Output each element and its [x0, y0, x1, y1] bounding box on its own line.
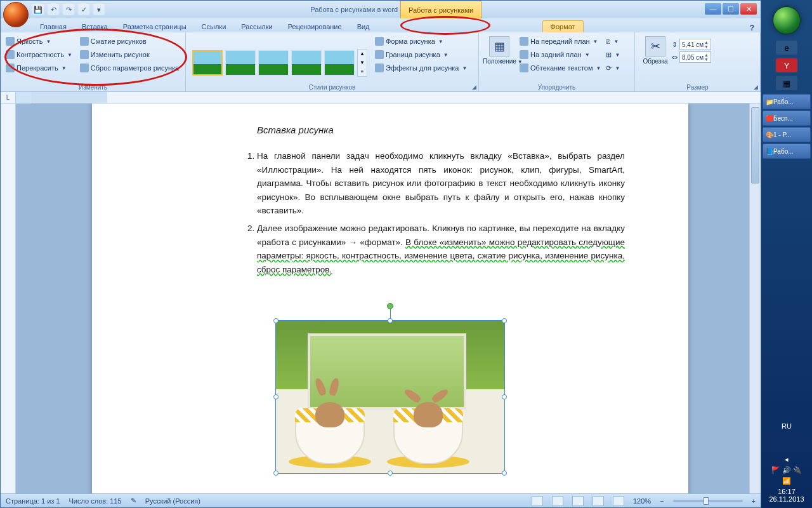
qat-save-icon[interactable]: 💾: [32, 4, 44, 15]
gallery-more-button[interactable]: ▲▼≡: [357, 49, 367, 77]
picture-styles-gallery[interactable]: ▲▼≡: [190, 34, 370, 91]
clock-date[interactable]: 26.11.2013: [761, 495, 812, 503]
ruler-corner[interactable]: L: [1, 92, 16, 104]
zoom-out-button[interactable]: −: [660, 497, 664, 505]
taskbar-item[interactable]: 🟥 Бесп...: [763, 110, 811, 126]
rotate-button[interactable]: ⟳▼: [605, 62, 621, 74]
tab-page-layout[interactable]: Разметка страницы: [115, 21, 194, 32]
systray-arrow[interactable]: ◂: [761, 455, 812, 464]
text-wrapping-button[interactable]: Обтекание текстом▼: [518, 62, 602, 74]
contrast-button[interactable]: Контрастность▼: [4, 48, 74, 61]
position-button[interactable]: ▦ Положение▼: [483, 34, 516, 91]
document-area: Вставка рисунка На главной панели задач …: [1, 104, 761, 493]
language-indicator[interactable]: RU: [761, 422, 812, 430]
resize-handle[interactable]: [502, 318, 507, 323]
style-thumb[interactable]: [324, 50, 355, 76]
recolor-button[interactable]: Перекрасить▼: [4, 62, 74, 74]
height-input[interactable]: 5,41 см▲▼: [679, 39, 711, 50]
tab-view[interactable]: Вид: [350, 21, 377, 32]
status-proofing-icon[interactable]: ✎: [131, 497, 136, 505]
view-draft-button[interactable]: [613, 496, 624, 506]
scrollbar-thumb[interactable]: [751, 107, 759, 184]
close-button[interactable]: ✕: [740, 3, 757, 15]
zoom-level[interactable]: 120%: [633, 497, 651, 505]
tray-app-icon[interactable]: ▦: [776, 76, 797, 90]
bring-to-front-button[interactable]: На передний план▼: [518, 35, 602, 48]
style-thumb[interactable]: [258, 50, 289, 76]
view-outline-button[interactable]: [593, 496, 604, 506]
change-picture-button[interactable]: Изменить рисунок: [79, 48, 180, 61]
status-language[interactable]: Русский (Россия): [145, 497, 200, 505]
taskbar-item[interactable]: 📘 Рабо...: [763, 144, 811, 159]
wrap-icon: [520, 64, 528, 72]
zoom-in-button[interactable]: +: [752, 497, 756, 505]
position-icon: ▦: [489, 36, 509, 57]
width-input[interactable]: 8,05 см▲▼: [679, 51, 711, 63]
contrast-icon: [6, 50, 15, 59]
resize-handle[interactable]: [502, 471, 507, 476]
tab-insert[interactable]: Вставка: [74, 21, 115, 32]
doc-heading: Вставка рисунка: [257, 123, 650, 138]
taskbar-item[interactable]: 🎨 1 - P...: [763, 127, 811, 142]
status-page[interactable]: Страница: 1 из 1: [6, 497, 60, 505]
view-web-layout-button[interactable]: [572, 496, 584, 506]
qat-spelling-icon[interactable]: ✓: [78, 4, 89, 15]
maximize-button[interactable]: ☐: [723, 3, 739, 15]
tab-home[interactable]: Главная: [32, 21, 74, 32]
resize-handle[interactable]: [273, 471, 278, 476]
clock-time[interactable]: 16:17: [761, 488, 812, 495]
brightness-button[interactable]: Яркость▼: [4, 35, 74, 48]
group-button[interactable]: ⊞▼: [605, 48, 621, 61]
rotate-handle[interactable]: [387, 303, 393, 309]
reset-picture-button[interactable]: Сброс параметров рисунка: [79, 62, 180, 74]
start-button[interactable]: [773, 6, 801, 34]
list-item: Далее изображение можно редактировать. К…: [257, 222, 650, 276]
height-input-row: ⇕ 5,41 см▲▼: [672, 39, 711, 50]
word-window: 💾 ↶ ↷ ✓ ▾ Работа с рисунками в word - Mi…: [0, 0, 761, 508]
titlebar: 💾 ↶ ↷ ✓ ▾ Работа с рисунками в word - Mi…: [1, 1, 761, 18]
office-button[interactable]: [3, 2, 29, 27]
view-print-layout-button[interactable]: [532, 496, 543, 506]
status-word-count[interactable]: Число слов: 115: [69, 497, 122, 505]
taskbar-item[interactable]: 📁 Рабо...: [763, 94, 811, 109]
picture-border-button[interactable]: Граница рисунка▼: [374, 48, 468, 61]
style-thumb[interactable]: [192, 50, 223, 76]
tray-yandex-icon[interactable]: Y: [776, 58, 797, 72]
align-button[interactable]: ⎚▼: [605, 35, 621, 48]
horizontal-ruler[interactable]: [31, 92, 761, 104]
systray-icons[interactable]: 🚩 🔊 🔌: [761, 466, 812, 474]
inserted-image[interactable]: [276, 321, 504, 473]
resize-handle[interactable]: [388, 471, 393, 476]
qat-undo-icon[interactable]: ↶: [48, 4, 59, 15]
systray-signal-icon[interactable]: 📶: [761, 477, 812, 485]
qat-redo-icon[interactable]: ↷: [63, 4, 74, 15]
border-icon: [375, 50, 384, 59]
view-full-screen-button[interactable]: [552, 496, 563, 506]
compress-pictures-button[interactable]: Сжатие рисунков: [79, 35, 180, 48]
send-to-back-button[interactable]: На задний план▼: [518, 48, 602, 61]
vertical-scrollbar[interactable]: [749, 104, 761, 493]
minimize-button[interactable]: —: [705, 3, 721, 15]
group-label-styles: Стили рисунков: [186, 84, 478, 91]
tab-format[interactable]: Формат: [542, 20, 584, 32]
style-thumb[interactable]: [225, 50, 256, 76]
qat-more-icon[interactable]: ▾: [93, 4, 105, 15]
zoom-slider[interactable]: [673, 500, 743, 502]
tab-review[interactable]: Рецензирование: [280, 21, 350, 32]
picture-shape-button[interactable]: Форма рисунка▼: [374, 35, 468, 48]
size-dialog-launcher[interactable]: ◢: [754, 84, 758, 90]
style-thumb[interactable]: [291, 50, 322, 76]
picture-effects-button[interactable]: Эффекты для рисунка▼: [374, 62, 468, 74]
vertical-ruler[interactable]: [1, 104, 16, 493]
help-icon[interactable]: ?: [750, 23, 754, 32]
tray-ie-icon[interactable]: e: [776, 41, 797, 55]
document-page[interactable]: Вставка рисунка На главной панели задач …: [92, 104, 688, 493]
tab-references[interactable]: Ссылки: [194, 21, 234, 32]
crop-button[interactable]: ✂ Обрезка: [639, 34, 672, 91]
front-icon: [520, 37, 528, 46]
styles-dialog-launcher[interactable]: ◢: [472, 84, 476, 90]
desktop-taskbar: e Y ▦ 📁 Рабо... 🟥 Бесп... 🎨 1 - P... 📘 Р…: [761, 0, 812, 508]
change-picture-icon: [80, 50, 89, 59]
resize-handle[interactable]: [502, 394, 507, 399]
tab-mailings[interactable]: Рассылки: [233, 21, 280, 32]
